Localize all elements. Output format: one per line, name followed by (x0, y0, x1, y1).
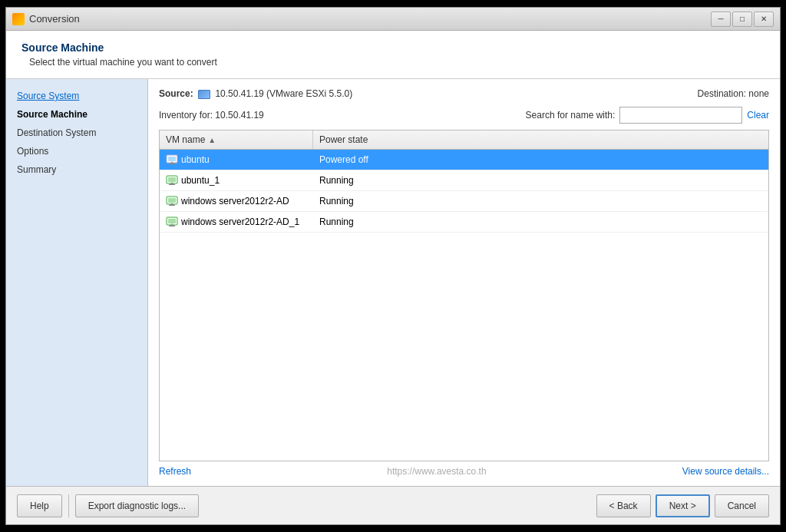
close-button[interactable]: ✕ (754, 12, 774, 27)
sidebar-item-destination-system[interactable]: Destination System (6, 124, 147, 142)
footer-left: Help Export diagnostic logs... (17, 494, 199, 517)
sidebar-item-source-system[interactable]: Source System (6, 87, 147, 105)
title-bar-buttons: ─ □ ✕ (711, 12, 774, 27)
svg-rect-8 (169, 184, 175, 185)
search-input[interactable] (619, 107, 742, 124)
power-state-cell: Powered off (313, 150, 768, 169)
vm-name: windows server2012r2-AD_1 (181, 216, 299, 227)
vm-name-column-header: VM name ▲ (160, 131, 313, 149)
sidebar-item-options[interactable]: Options (6, 142, 147, 160)
sort-icon: ▲ (208, 136, 216, 144)
footer-bar: Help Export diagnostic logs... < Back Ne… (6, 486, 780, 524)
refresh-link[interactable]: Refresh (159, 466, 191, 477)
svg-rect-6 (168, 177, 176, 182)
source-icon (198, 90, 210, 99)
svg-point-14 (171, 203, 173, 204)
cancel-button[interactable]: Cancel (715, 494, 769, 517)
svg-rect-18 (169, 226, 175, 226)
title-bar-left: Conversion (12, 13, 80, 25)
next-button[interactable]: Next > (656, 494, 710, 517)
main-content: Source System Source Machine Destination… (6, 79, 780, 486)
vm-table-header: VM name ▲ Power state (160, 131, 768, 150)
source-value: 10.50.41.19 (VMware ESXi 5.5.0) (215, 88, 352, 99)
svg-point-4 (171, 161, 173, 163)
power-state-column-header: Power state (313, 131, 768, 149)
bottom-links: Refresh https://www.avesta.co.th View so… (159, 466, 769, 477)
destination-label-text: Destination: (698, 88, 746, 99)
page-subtitle: Select the virtual machine you want to c… (21, 57, 765, 68)
window-title: Conversion (29, 13, 80, 25)
sidebar: Source System Source Machine Destination… (6, 79, 148, 486)
content-area: Source: 10.50.41.19 (VMware ESXi 5.5.0) … (148, 79, 780, 486)
minimize-button[interactable]: ─ (711, 12, 731, 27)
footer-right: < Back Next > Cancel (596, 494, 769, 517)
sidebar-item-summary[interactable]: Summary (6, 160, 147, 179)
search-label: Search for name with: (526, 110, 616, 121)
restore-button[interactable]: □ (732, 12, 752, 27)
svg-rect-13 (169, 205, 175, 206)
back-button[interactable]: < Back (596, 494, 651, 517)
vm-icon (166, 216, 178, 228)
table-row[interactable]: ubuntu_1 Running (160, 170, 768, 191)
main-window: Conversion ─ □ ✕ Source Machine Select t… (5, 7, 781, 525)
help-button[interactable]: Help (17, 494, 62, 517)
vm-name-cell: ubuntu_1 (160, 170, 313, 190)
table-row[interactable]: windows server2012r2-AD_1 Running (160, 212, 768, 233)
clear-button[interactable]: Clear (747, 110, 769, 121)
svg-rect-3 (169, 164, 175, 164)
search-section: Search for name with: Clear (526, 107, 769, 124)
svg-point-19 (171, 223, 173, 225)
table-row[interactable]: windows server2012r2-AD Running (160, 191, 768, 212)
destination-value: none (748, 88, 769, 99)
inventory-search-bar: Inventory for: 10.50.41.19 Search for na… (159, 107, 769, 124)
vm-icon (166, 174, 178, 187)
svg-rect-7 (170, 183, 174, 184)
svg-rect-1 (168, 157, 176, 161)
export-diagnostic-logs-button[interactable]: Export diagnostic logs... (75, 494, 199, 517)
view-source-details-link[interactable]: View source details... (682, 466, 769, 477)
svg-rect-2 (170, 163, 174, 164)
title-bar: Conversion ─ □ ✕ (6, 8, 780, 31)
app-icon (12, 13, 25, 25)
vm-table: VM name ▲ Power state (159, 130, 769, 461)
source-label-text: Source: (159, 88, 193, 99)
header-section: Source Machine Select the virtual machin… (6, 31, 780, 79)
svg-rect-16 (168, 219, 176, 223)
vm-icon (166, 195, 178, 207)
power-state-cell: Running (313, 192, 768, 210)
source-dest-bar: Source: 10.50.41.19 (VMware ESXi 5.5.0) … (159, 88, 769, 99)
power-state-cell: Running (313, 171, 768, 190)
destination-info: Destination: none (698, 88, 769, 99)
watermark: https://www.avesta.co.th (387, 466, 486, 477)
table-row[interactable]: ubuntu Powered off (160, 150, 768, 170)
vm-name: ubuntu (181, 154, 210, 165)
vm-table-body: ubuntu Powered off (160, 150, 768, 461)
footer-divider (68, 494, 69, 517)
svg-rect-12 (170, 204, 174, 205)
svg-rect-17 (170, 225, 174, 226)
inventory-label: Inventory for: 10.50.41.19 (159, 110, 526, 121)
svg-rect-11 (168, 198, 176, 203)
sidebar-item-source-machine[interactable]: Source Machine (6, 105, 147, 124)
source-info: Source: 10.50.41.19 (VMware ESXi 5.5.0) (159, 88, 352, 99)
vm-icon (166, 154, 178, 166)
power-state-cell: Running (313, 213, 768, 231)
vm-name-cell: ubuntu (160, 150, 313, 170)
svg-point-9 (171, 182, 173, 183)
vm-name: windows server2012r2-AD (181, 196, 289, 207)
vm-name-cell: windows server2012r2-AD_1 (160, 212, 313, 232)
vm-name-cell: windows server2012r2-AD (160, 191, 313, 211)
vm-name: ubuntu_1 (181, 175, 220, 186)
page-title: Source Machine (21, 41, 765, 54)
